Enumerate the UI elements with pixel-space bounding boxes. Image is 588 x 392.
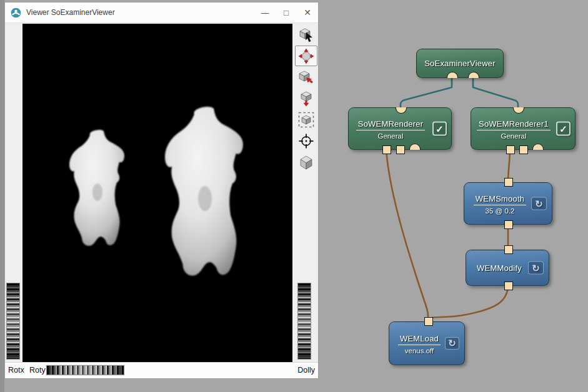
enable-checkbox[interactable]: ✓ [432, 122, 447, 136]
scene-connector[interactable] [409, 144, 421, 150]
refresh-icon[interactable]: ↻ [528, 262, 544, 275]
output-connector[interactable] [468, 72, 479, 78]
wem-output-connector[interactable] [504, 220, 513, 229]
wem-input-connector[interactable] [504, 178, 513, 187]
wem-input-connector[interactable] [382, 145, 391, 154]
wem-input-connector[interactable] [504, 245, 513, 254]
node-sowemrenderer[interactable]: SoWEMRenderer General ✓ [348, 107, 452, 150]
node-wemmodify[interactable]: WEMModify ↻ [466, 250, 549, 286]
input-connector[interactable] [513, 107, 524, 114]
wem-output-connector[interactable] [504, 282, 513, 290]
scene-connector[interactable] [532, 144, 544, 150]
input-connector[interactable] [396, 107, 407, 114]
check-icon: ✓ [559, 123, 567, 134]
wire-viewer-renderer1[interactable] [473, 77, 518, 109]
wire-viewer-renderer[interactable] [401, 77, 452, 109]
node-soexaminerviewer[interactable]: SoExaminerViewer [416, 49, 504, 78]
wem-input-connector[interactable] [519, 145, 528, 154]
wire-renderer-wemload[interactable] [386, 149, 428, 322]
wem-output-connector[interactable] [424, 317, 433, 326]
node-sowemrenderer1[interactable]: SoWEMRenderer1 General ✓ [471, 107, 576, 150]
output-connector[interactable] [447, 72, 458, 78]
wem-input-connector[interactable] [506, 145, 515, 154]
node-wemsmooth[interactable]: WEMSmooth 35 @ 0.2 ↻ [464, 182, 552, 225]
enable-checkbox[interactable]: ✓ [556, 122, 571, 136]
check-icon: ✓ [436, 123, 444, 134]
node-wemload[interactable]: WEMLoad venus.off ↻ [389, 321, 465, 365]
wire-wemmodify-wemload[interactable] [428, 285, 508, 322]
refresh-icon[interactable]: ↻ [531, 197, 547, 210]
wem-input-connector[interactable] [396, 145, 405, 154]
refresh-icon[interactable]: ↻ [445, 337, 459, 350]
